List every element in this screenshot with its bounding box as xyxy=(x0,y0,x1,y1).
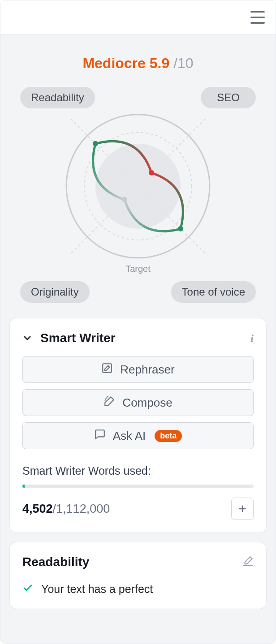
topbar xyxy=(0,0,276,34)
readability-card: Readability Your text has a perfect xyxy=(9,542,267,609)
pill-seo[interactable]: SEO xyxy=(201,87,256,108)
wand-icon xyxy=(104,395,115,410)
usage-used: 4,502 xyxy=(22,502,53,516)
compose-button[interactable]: Compose xyxy=(22,389,254,416)
svg-rect-11 xyxy=(103,364,112,373)
readability-check-line: Your text has a perfect xyxy=(22,583,254,596)
score-max: /10 xyxy=(173,55,193,71)
chat-icon xyxy=(94,429,106,443)
svg-point-7 xyxy=(93,141,98,146)
svg-point-9 xyxy=(178,226,183,232)
svg-point-10 xyxy=(122,197,127,202)
check-icon xyxy=(22,583,33,596)
edit-icon[interactable] xyxy=(242,555,254,569)
usage-row: 4,502 /1,112,000 xyxy=(22,498,254,520)
rephraser-button[interactable]: Rephraser xyxy=(22,356,254,383)
pill-originality[interactable]: Originality xyxy=(20,281,90,303)
usage-max: /1,112,000 xyxy=(53,502,110,516)
usage-progress-fill xyxy=(22,485,25,488)
rephraser-label: Rephraser xyxy=(120,363,174,377)
smart-writer-card: Smart Writer i Rephraser Compose Ask xyxy=(9,318,267,533)
readability-title: Readability xyxy=(22,555,234,569)
chevron-down-icon[interactable] xyxy=(22,333,32,343)
pill-tone[interactable]: Tone of voice xyxy=(171,281,256,303)
info-icon[interactable]: i xyxy=(250,332,254,344)
overall-score: Mediocre 5.9 /10 xyxy=(0,34,276,72)
score-value: 5.9 xyxy=(150,55,169,71)
usage-progress xyxy=(22,485,254,488)
target-label: Target xyxy=(125,264,151,274)
ask-ai-label: Ask AI xyxy=(113,429,146,443)
radar-svg xyxy=(62,110,214,264)
readability-text: Your text has a perfect xyxy=(41,583,153,596)
compose-label: Compose xyxy=(122,396,172,410)
add-words-button[interactable] xyxy=(231,498,254,520)
pill-readability[interactable]: Readability xyxy=(20,87,95,108)
usage-title: Smart Writer Words used: xyxy=(22,464,254,477)
smart-writer-title: Smart Writer xyxy=(40,331,242,345)
menu-icon[interactable] xyxy=(250,11,265,24)
svg-point-8 xyxy=(149,170,154,176)
svg-point-6 xyxy=(95,144,181,229)
app-panel: Mediocre 5.9 /10 Readability SEO Origina… xyxy=(0,0,276,644)
scroll-area[interactable]: Mediocre 5.9 /10 Readability SEO Origina… xyxy=(0,34,276,644)
score-label: Mediocre xyxy=(82,55,145,71)
edit-icon xyxy=(101,362,113,377)
beta-badge: beta xyxy=(155,430,182,442)
ask-ai-button[interactable]: Ask AI beta xyxy=(22,422,254,449)
radar-chart: Readability SEO Originality Tone of voic… xyxy=(0,81,276,309)
